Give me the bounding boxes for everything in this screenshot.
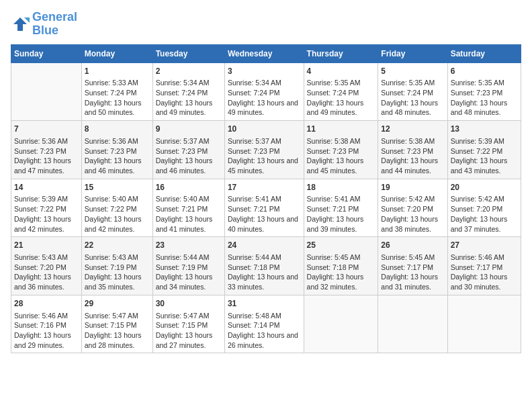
sunset: Sunset: 7:24 PM [85, 89, 137, 97]
sunrise: Sunrise: 5:39 AM [14, 195, 68, 203]
calendar-cell: 10Sunrise: 5:37 AMSunset: 7:23 PMDayligh… [224, 121, 304, 179]
logo-icon [11, 15, 30, 34]
calendar-cell: 21Sunrise: 5:43 AMSunset: 7:20 PMDayligh… [11, 237, 82, 295]
sunset: Sunset: 7:20 PM [14, 263, 66, 271]
calendar-cell: 24Sunrise: 5:44 AMSunset: 7:18 PMDayligh… [224, 237, 304, 295]
calendar-week-3: 14Sunrise: 5:39 AMSunset: 7:22 PMDayligh… [11, 179, 521, 237]
daylight: Daylight: 13 hours and 36 minutes. [14, 273, 71, 291]
day-number: 27 [451, 240, 518, 251]
sunrise: Sunrise: 5:43 AM [85, 253, 138, 261]
sunrise: Sunrise: 5:44 AM [228, 253, 281, 261]
sunrise: Sunrise: 5:41 AM [307, 195, 361, 203]
header-monday: Monday [81, 44, 152, 62]
header-saturday: Saturday [447, 44, 521, 62]
calendar-header-row: SundayMondayTuesdayWednesdayThursdayFrid… [11, 44, 521, 62]
sunrise: Sunrise: 5:38 AM [307, 137, 361, 145]
sunset: Sunset: 7:17 PM [451, 263, 503, 271]
header-thursday: Thursday [304, 44, 378, 62]
daylight: Daylight: 13 hours and 46 minutes. [156, 156, 213, 175]
sunrise: Sunrise: 5:45 AM [307, 253, 361, 261]
sunrise: Sunrise: 5:46 AM [14, 312, 68, 320]
day-number: 25 [307, 240, 375, 251]
calendar-cell: 16Sunrise: 5:40 AMSunset: 7:21 PMDayligh… [152, 179, 224, 237]
sunrise: Sunrise: 5:47 AM [156, 312, 210, 320]
day-number: 10 [228, 124, 301, 135]
day-number: 16 [156, 182, 222, 193]
calendar-cell: 13Sunrise: 5:39 AMSunset: 7:22 PMDayligh… [447, 121, 521, 179]
calendar-cell [11, 62, 82, 121]
daylight: Daylight: 13 hours and 42 minutes. [14, 215, 71, 233]
sunrise: Sunrise: 5:34 AM [228, 79, 281, 87]
sunrise: Sunrise: 5:37 AM [156, 137, 210, 145]
day-number: 22 [85, 240, 150, 251]
calendar-cell: 7Sunrise: 5:36 AMSunset: 7:23 PMDaylight… [11, 121, 82, 179]
calendar-cell: 27Sunrise: 5:46 AMSunset: 7:17 PMDayligh… [447, 237, 521, 295]
sunrise: Sunrise: 5:46 AM [451, 253, 504, 261]
calendar-cell: 1Sunrise: 5:33 AMSunset: 7:24 PMDaylight… [81, 62, 152, 121]
sunset: Sunset: 7:21 PM [228, 205, 280, 213]
calendar-cell [304, 295, 378, 353]
sunset: Sunset: 7:23 PM [14, 147, 66, 155]
page-header: General Blue [11, 11, 521, 38]
sunrise: Sunrise: 5:40 AM [156, 195, 210, 203]
calendar-cell: 18Sunrise: 5:41 AMSunset: 7:21 PMDayligh… [304, 179, 378, 237]
sunrise: Sunrise: 5:36 AM [14, 137, 68, 145]
sunset: Sunset: 7:19 PM [156, 263, 208, 271]
day-number: 14 [14, 182, 79, 193]
day-number: 11 [307, 124, 375, 135]
calendar-cell: 2Sunrise: 5:34 AMSunset: 7:24 PMDaylight… [152, 62, 224, 121]
calendar-cell: 31Sunrise: 5:48 AMSunset: 7:14 PMDayligh… [224, 295, 304, 353]
sunset: Sunset: 7:23 PM [451, 89, 503, 97]
calendar-cell: 29Sunrise: 5:47 AMSunset: 7:15 PMDayligh… [81, 295, 152, 353]
day-number: 13 [451, 124, 518, 135]
sunset: Sunset: 7:15 PM [156, 321, 208, 329]
sunrise: Sunrise: 5:33 AM [85, 79, 138, 87]
sunset: Sunset: 7:21 PM [307, 205, 359, 213]
calendar-cell: 4Sunrise: 5:35 AMSunset: 7:24 PMDaylight… [304, 62, 378, 121]
sunset: Sunset: 7:22 PM [85, 205, 137, 213]
sunset: Sunset: 7:16 PM [14, 321, 66, 329]
day-number: 31 [228, 298, 301, 310]
calendar-table: SundayMondayTuesdayWednesdayThursdayFrid… [11, 44, 521, 354]
daylight: Daylight: 13 hours and 33 minutes. [228, 273, 298, 291]
header-sunday: Sunday [11, 44, 82, 62]
sunrise: Sunrise: 5:35 AM [451, 79, 504, 87]
header-tuesday: Tuesday [152, 44, 224, 62]
daylight: Daylight: 13 hours and 28 minutes. [85, 331, 142, 349]
calendar-cell: 23Sunrise: 5:44 AMSunset: 7:19 PMDayligh… [152, 237, 224, 295]
calendar-cell: 17Sunrise: 5:41 AMSunset: 7:21 PMDayligh… [224, 179, 304, 237]
daylight: Daylight: 13 hours and 41 minutes. [156, 215, 213, 233]
calendar-cell: 22Sunrise: 5:43 AMSunset: 7:19 PMDayligh… [81, 237, 152, 295]
day-number: 21 [14, 240, 79, 251]
sunrise: Sunrise: 5:42 AM [451, 195, 504, 203]
daylight: Daylight: 13 hours and 29 minutes. [14, 331, 71, 349]
calendar-cell: 25Sunrise: 5:45 AMSunset: 7:18 PMDayligh… [304, 237, 378, 295]
daylight: Daylight: 13 hours and 26 minutes. [228, 331, 298, 349]
sunset: Sunset: 7:24 PM [381, 89, 433, 97]
day-number: 3 [228, 66, 301, 77]
calendar-cell: 28Sunrise: 5:46 AMSunset: 7:16 PMDayligh… [11, 295, 82, 353]
daylight: Daylight: 13 hours and 46 minutes. [85, 156, 142, 175]
calendar-cell: 5Sunrise: 5:35 AMSunset: 7:24 PMDaylight… [378, 62, 447, 121]
day-number: 19 [381, 182, 444, 193]
calendar-week-2: 7Sunrise: 5:36 AMSunset: 7:23 PMDaylight… [11, 121, 521, 179]
sunrise: Sunrise: 5:34 AM [156, 79, 210, 87]
day-number: 2 [156, 66, 222, 77]
calendar-cell: 14Sunrise: 5:39 AMSunset: 7:22 PMDayligh… [11, 179, 82, 237]
day-number: 5 [381, 66, 444, 77]
day-number: 24 [228, 240, 301, 251]
day-number: 1 [85, 66, 150, 77]
calendar-cell: 8Sunrise: 5:36 AMSunset: 7:23 PMDaylight… [81, 121, 152, 179]
daylight: Daylight: 13 hours and 49 minutes. [228, 99, 298, 117]
sunset: Sunset: 7:24 PM [307, 89, 359, 97]
sunset: Sunset: 7:20 PM [381, 205, 433, 213]
day-number: 28 [14, 298, 79, 310]
calendar-cell: 15Sunrise: 5:40 AMSunset: 7:22 PMDayligh… [81, 179, 152, 237]
calendar-cell: 6Sunrise: 5:35 AMSunset: 7:23 PMDaylight… [447, 62, 521, 121]
sunset: Sunset: 7:14 PM [228, 321, 280, 329]
day-number: 4 [307, 66, 375, 77]
calendar-cell: 30Sunrise: 5:47 AMSunset: 7:15 PMDayligh… [152, 295, 224, 353]
sunrise: Sunrise: 5:47 AM [85, 312, 138, 320]
sunset: Sunset: 7:23 PM [85, 147, 137, 155]
daylight: Daylight: 13 hours and 40 minutes. [228, 215, 298, 233]
